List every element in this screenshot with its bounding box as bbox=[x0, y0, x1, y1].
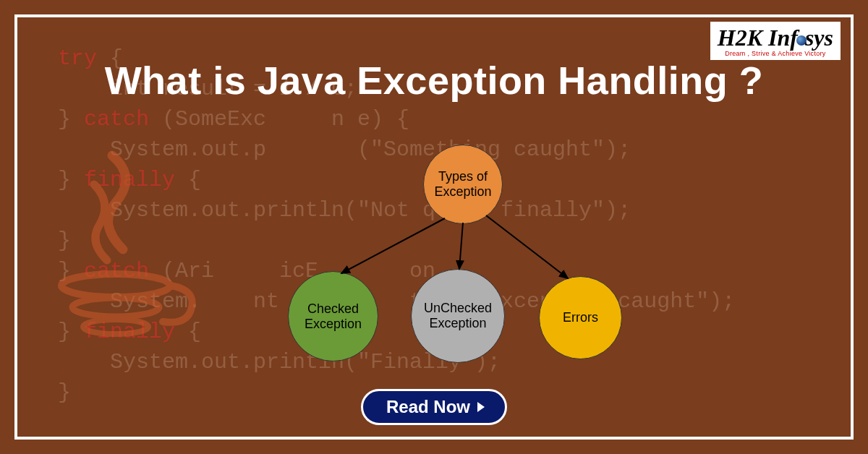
logo-tagline: Dream , Strive & Achieve Victory bbox=[718, 50, 833, 57]
svg-point-1 bbox=[72, 298, 159, 317]
cta-label: Read Now bbox=[386, 397, 470, 417]
svg-line-3 bbox=[341, 218, 445, 273]
logo-text: H2K Infsys bbox=[718, 25, 833, 51]
diagram-arrows bbox=[282, 145, 658, 361]
read-now-button[interactable]: Read Now bbox=[361, 389, 507, 425]
svg-line-5 bbox=[486, 215, 568, 278]
brand-logo: H2K Infsys Dream , Strive & Achieve Vict… bbox=[710, 22, 841, 60]
svg-line-4 bbox=[459, 223, 463, 269]
java-logo-icon bbox=[43, 145, 203, 347]
svg-point-0 bbox=[61, 274, 170, 297]
exception-types-diagram: Types of Exception Checked Exception UnC… bbox=[282, 145, 658, 361]
chevron-right-icon bbox=[477, 402, 485, 412]
svg-point-2 bbox=[83, 320, 148, 334]
main-title: What is Java Exception Handling ? bbox=[0, 58, 868, 103]
